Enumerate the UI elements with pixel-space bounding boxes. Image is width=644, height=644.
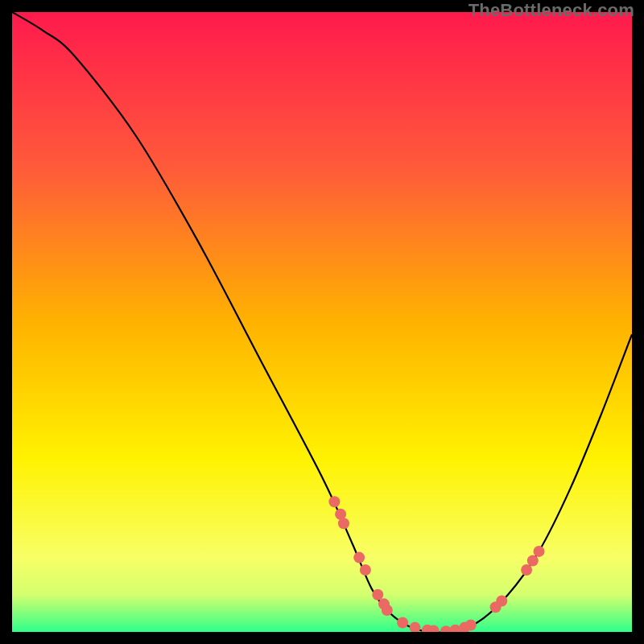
gradient-background — [12, 12, 632, 632]
bottleneck-curve-chart — [12, 12, 632, 632]
chart-frame: TheBottleneck.com — [0, 0, 644, 644]
data-marker — [397, 617, 408, 628]
data-marker — [328, 496, 340, 507]
watermark-text: TheBottleneck.com — [469, 0, 634, 21]
data-marker — [338, 518, 349, 529]
data-marker — [465, 620, 477, 631]
plot-area — [12, 12, 632, 632]
data-marker — [521, 564, 532, 576]
data-marker — [360, 564, 371, 576]
data-marker — [353, 552, 365, 564]
data-marker — [496, 596, 507, 607]
data-marker — [534, 546, 545, 557]
data-marker — [382, 605, 393, 616]
data-marker — [527, 555, 539, 566]
data-marker — [372, 589, 383, 601]
